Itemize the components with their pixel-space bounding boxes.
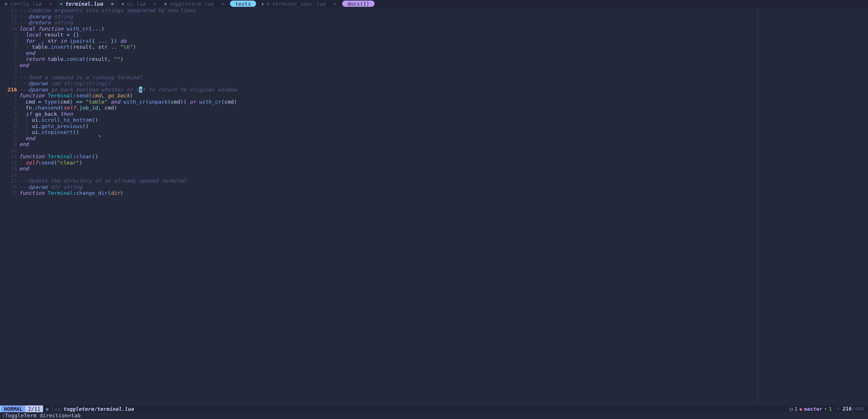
flask-icon: ⚗	[266, 1, 270, 7]
code-line[interactable]: ---@return string	[19, 20, 757, 26]
tab-toggleterm[interactable]: ◐ toggleterm.lua ×	[161, 0, 228, 7]
code-line[interactable]: │ ui.goto_previous()	[19, 123, 757, 129]
editor-root: ◐ config.lua × ◐ terminal.lua × ◐ ui.lua…	[0, 0, 868, 419]
tab-label: config.lua	[10, 1, 41, 7]
code-line[interactable]: if go_back then	[19, 111, 757, 117]
lua-icon: ◐	[5, 1, 7, 6]
tabline: ◐ config.lua × ◐ terminal.lua × ◐ ui.lua…	[0, 0, 868, 7]
file-path: ◐ lua/toggleterm/terminal.lua	[43, 406, 136, 412]
path-mid: toggleterm/	[63, 406, 97, 412]
command-line[interactable]: :ToggleTerm direction=tab	[0, 412, 868, 419]
code-line[interactable]	[19, 148, 757, 154]
close-icon[interactable]: ×	[111, 1, 114, 7]
cursor-position: ℓ 216/440	[837, 406, 864, 412]
code-line[interactable]: function Terminal:change_dir(dir)	[19, 190, 757, 196]
code-line[interactable]: end	[19, 141, 757, 148]
code-line[interactable]: return table.concat(result, "")	[19, 56, 757, 62]
diff-icon: ◆	[799, 406, 802, 412]
git-ahead-count: 1	[829, 406, 832, 412]
code-line[interactable]: self:send("clear")	[19, 160, 757, 166]
close-icon[interactable]: ×	[221, 1, 224, 7]
tests-pill[interactable]: tests	[230, 1, 256, 7]
code-line[interactable]: for _, str in ipairs({ ... }) do	[19, 38, 757, 44]
github-icon: ◯	[789, 406, 793, 412]
code-line[interactable]: end	[19, 62, 757, 68]
code-line[interactable]: │ table.insert(result, str .. "\n")	[19, 44, 757, 50]
code-split-right[interactable]	[757, 7, 868, 406]
code-line[interactable]	[19, 172, 757, 178]
code-line[interactable]: cmd = type(cmd) == "table" and with_cr(u…	[19, 99, 757, 105]
tab-config[interactable]: ◐ config.lua ×	[1, 0, 56, 7]
code-line[interactable]: ---Combine arguments into strings separa…	[19, 7, 757, 13]
git-status: ◯ 1 ◆ master ↑ 1	[789, 406, 832, 412]
main-area: 1312111098765432121612345678910111213141…	[0, 7, 868, 406]
line-num: 216	[842, 406, 852, 412]
code-line[interactable]: function Terminal:clear()	[19, 154, 757, 160]
code-line[interactable]: end	[19, 50, 757, 56]
search-count: 2/11	[25, 406, 43, 412]
code-buffer[interactable]: ↖ ---Combine arguments into strings sepa…	[19, 7, 757, 406]
code-split-left[interactable]: 1312111098765432121612345678910111213141…	[0, 7, 757, 406]
tab-label: terminal.lua	[65, 1, 103, 7]
code-line[interactable]: ---Send a command to a running terminal	[19, 74, 757, 81]
lua-icon: ◐	[46, 406, 49, 412]
code-line[interactable]: local result = {}	[19, 32, 757, 38]
code-line[interactable]	[19, 68, 757, 74]
git-ahead-icon: ↑	[824, 406, 827, 412]
mode-indicator: NORMAL	[0, 406, 25, 412]
close-icon[interactable]: ×	[49, 1, 53, 7]
statusline-right: ◯ 1 ◆ master ↑ 1 ℓ 216/440	[785, 406, 868, 412]
code-line[interactable]: function Terminal:send(cmd, go_back)	[19, 93, 757, 99]
line-number-gutter: 1312111098765432121612345678910111213141…	[0, 7, 19, 406]
tab-label: terminal_spec.lua	[272, 1, 325, 7]
line-total: 440	[855, 406, 864, 412]
code-line[interactable]: ---@param dir string	[19, 184, 757, 190]
code-line[interactable]: │ ui.scroll_to_bottom()	[19, 117, 757, 123]
code-line[interactable]: ---@vararg string	[19, 13, 757, 20]
tab-label: toggleterm.lua	[169, 1, 213, 7]
code-line[interactable]: ---@param cmd string|string[]	[19, 80, 757, 87]
tab-terminal[interactable]: ◐ terminal.lua ×	[56, 0, 118, 7]
path-file: terminal.lua	[97, 406, 134, 412]
git-changes: 1	[794, 406, 798, 412]
path-prefix: lua/	[51, 406, 63, 412]
lua-icon: ◐	[262, 1, 264, 6]
code-line[interactable]: local function with_cr(...)	[19, 26, 757, 32]
close-icon[interactable]: ×	[153, 1, 156, 7]
lua-icon: ◐	[122, 1, 124, 6]
code-line[interactable]: end	[19, 135, 757, 141]
code-line[interactable]: ---Update the directory of an already op…	[19, 178, 757, 184]
code-line[interactable]: ---@param go_back boolean whether or not…	[19, 87, 757, 93]
code-line[interactable]: fn.chansend(self.job_id, cmd)	[19, 105, 757, 111]
lua-icon: ◐	[164, 1, 167, 6]
code-line[interactable]: │ ui.stopinsert()	[19, 129, 757, 135]
lua-icon: ◐	[60, 1, 63, 6]
git-branch: master	[804, 406, 823, 412]
tab-spec[interactable]: ◐ ⚗ terminal_spec.lua ×	[258, 0, 341, 7]
statusline: NORMAL 2/11 ◐ lua/toggleterm/terminal.lu…	[0, 406, 868, 412]
docs-pill[interactable]: docs(1)	[342, 1, 374, 7]
code-line[interactable]: end	[19, 166, 757, 172]
tab-ui[interactable]: ◐ ui.lua ×	[118, 0, 160, 7]
close-icon[interactable]: ×	[334, 1, 337, 7]
tab-label: ui.lua	[127, 1, 146, 7]
